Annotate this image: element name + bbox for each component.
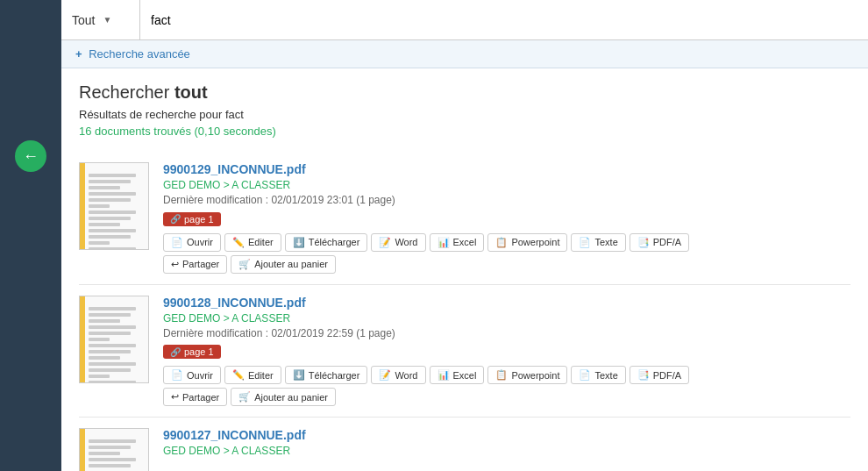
results-content: Rechercher tout Résultats de recherche p… xyxy=(61,68,868,471)
result-info: 9900129_INCONNUE.pdf GED DEMO > A CLASSE… xyxy=(163,162,850,274)
search-input[interactable] xyxy=(140,0,868,39)
back-button[interactable]: ← xyxy=(15,140,46,172)
page-badge[interactable]: page 1 xyxy=(163,345,221,359)
btn-editer[interactable]: ✏️ Editer xyxy=(224,233,281,252)
btn-ajouter-panier[interactable]: 🛒 Ajouter au panier xyxy=(231,388,336,406)
action-buttons-row2: ↩ Partager 🛒 Ajouter au panier xyxy=(163,388,850,406)
btn-word[interactable]: 📝 Word xyxy=(371,366,425,384)
advanced-search-bar: + Recherche avancée xyxy=(61,40,868,68)
result-thumbnail xyxy=(79,162,149,250)
btn-pdfa[interactable]: 📑 PDF/A xyxy=(630,366,689,384)
btn-pdfa[interactable]: 📑 PDF/A xyxy=(630,233,689,252)
btn-telecharger[interactable]: ⬇️ Télécharger xyxy=(285,233,368,252)
page-title: Rechercher tout xyxy=(79,82,850,103)
result-item: 9900128_INCONNUE.pdf GED DEMO > A CLASSE… xyxy=(79,285,850,418)
btn-telecharger[interactable]: ⬇️ Télécharger xyxy=(285,366,368,384)
sidebar: ← xyxy=(0,0,61,471)
btn-ajouter-panier[interactable]: 🛒 Ajouter au panier xyxy=(231,255,336,274)
btn-powerpoint[interactable]: 📋 Powerpoint xyxy=(487,366,567,384)
btn-excel[interactable]: 📊 Excel xyxy=(430,233,485,252)
action-buttons-row2: ↩ Partager 🛒 Ajouter au panier xyxy=(163,255,850,274)
plus-icon: + xyxy=(75,47,82,61)
result-filename-link[interactable]: 9900129_INCONNUE.pdf xyxy=(163,162,850,176)
btn-texte[interactable]: 📄 Texte xyxy=(571,366,625,384)
chevron-down-icon: ▼ xyxy=(103,15,130,25)
result-path: GED DEMO > A CLASSER xyxy=(163,179,850,191)
advanced-search-label: Recherche avancée xyxy=(89,47,190,61)
result-date: Dernière modification : 02/01/2019 22:59… xyxy=(163,327,850,339)
btn-partager[interactable]: ↩ Partager xyxy=(163,388,227,406)
search-type-label: Tout xyxy=(72,13,98,27)
advanced-search-link[interactable]: + Recherche avancée xyxy=(75,47,190,61)
result-info: 9900128_INCONNUE.pdf GED DEMO > A CLASSE… xyxy=(163,296,850,407)
btn-excel[interactable]: 📊 Excel xyxy=(430,366,485,384)
result-path: GED DEMO > A CLASSER xyxy=(163,312,850,325)
result-item: 9900129_INCONNUE.pdf GED DEMO > A CLASSE… xyxy=(79,152,850,285)
search-bar: Tout ▼ xyxy=(61,0,868,40)
result-path: GED DEMO > A CLASSER xyxy=(163,445,850,457)
btn-texte[interactable]: 📄 Texte xyxy=(571,233,625,252)
result-item: 9900127_INCONNUE.pdf GED DEMO > A CLASSE… xyxy=(79,417,850,471)
btn-partager[interactable]: ↩ Partager xyxy=(163,255,227,274)
result-filename-link[interactable]: 9900128_INCONNUE.pdf xyxy=(163,296,850,310)
btn-ouvrir[interactable]: 📄 Ouvrir xyxy=(163,233,221,252)
search-summary: Résultats de recherche pour fact xyxy=(79,108,850,121)
page-badge[interactable]: page 1 xyxy=(163,212,221,226)
btn-powerpoint[interactable]: 📋 Powerpoint xyxy=(487,233,567,252)
result-filename-link[interactable]: 9900127_INCONNUE.pdf xyxy=(163,428,850,442)
search-type-dropdown[interactable]: Tout ▼ xyxy=(61,0,140,39)
result-date: Dernière modification : 02/01/2019 23:01… xyxy=(163,194,850,206)
btn-editer[interactable]: ✏️ Editer xyxy=(224,366,281,384)
results-count: 16 documents trouvés (0,10 secondes) xyxy=(79,125,850,138)
result-thumbnail xyxy=(79,428,149,471)
btn-word[interactable]: 📝 Word xyxy=(371,233,425,252)
action-buttons-row1: 📄 Ouvrir ✏️ Editer ⬇️ Télécharger 📝 Word… xyxy=(163,366,850,384)
result-thumbnail xyxy=(79,296,149,383)
result-info: 9900127_INCONNUE.pdf GED DEMO > A CLASSE… xyxy=(163,428,850,460)
action-buttons-row1: 📄 Ouvrir ✏️ Editer ⬇️ Télécharger 📝 Word… xyxy=(163,233,850,252)
btn-ouvrir[interactable]: 📄 Ouvrir xyxy=(163,366,221,384)
main-panel: Tout ▼ + Recherche avancée Rechercher to… xyxy=(61,0,868,471)
